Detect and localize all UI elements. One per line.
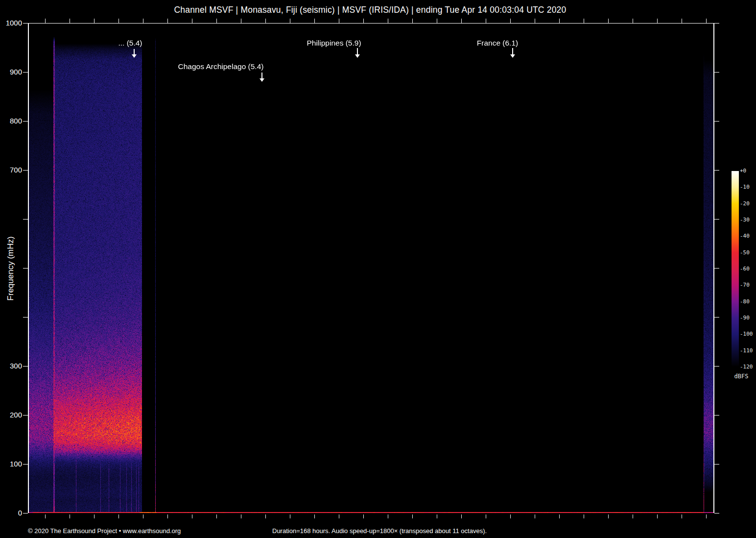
x-axis-tick	[192, 19, 192, 23]
x-axis-tick	[412, 514, 413, 518]
y-axis-tick-label: 1000	[0, 19, 22, 27]
x-axis-tick	[167, 19, 168, 23]
y-axis-tick	[714, 366, 719, 367]
x-axis-tick	[143, 19, 143, 23]
x-axis-tick	[535, 19, 535, 23]
axis-top-line	[28, 23, 714, 24]
y-axis-tick	[23, 170, 28, 171]
x-axis-tick	[363, 514, 364, 518]
y-axis-tick	[23, 464, 28, 465]
x-axis-tick	[363, 19, 364, 23]
colorbar-gradient	[732, 171, 739, 367]
x-axis-tick	[510, 19, 511, 23]
colorbar-tick-label: -90	[740, 315, 750, 321]
y-axis-tick	[23, 415, 28, 416]
colorbar-tick-label: -70	[740, 282, 750, 288]
y-axis-tick	[714, 23, 719, 24]
colorbar-tick-label: -100	[740, 331, 753, 337]
y-axis-tick	[714, 219, 719, 220]
x-axis-tick	[706, 514, 707, 518]
x-axis-tick	[45, 19, 46, 23]
x-axis-tick	[314, 19, 315, 23]
y-axis-tick-label: 200	[0, 411, 22, 419]
colorbar-tick-label: -40	[740, 233, 750, 239]
x-axis-tick	[339, 19, 339, 23]
x-axis-tick	[584, 514, 584, 518]
x-axis-tick	[216, 19, 217, 23]
event-annotation-label: France (6.1)	[375, 39, 620, 48]
colorbar-tick-label: -50	[740, 250, 750, 256]
y-axis-tick	[23, 23, 28, 24]
y-axis-tick	[714, 464, 719, 465]
annotation-arrowhead	[132, 54, 137, 58]
chart-title: Channel MSVF | Monasavu, Fiji (seismic) …	[0, 5, 740, 15]
x-axis-tick	[633, 514, 633, 518]
x-axis-tick	[241, 514, 241, 518]
x-axis-tick	[339, 514, 339, 518]
footer-copyright: © 2020 The Earthsound Project • www.eart…	[28, 527, 181, 535]
colorbar-tick-label: -20	[740, 201, 750, 207]
colorbar-tick-label: -80	[740, 299, 750, 305]
x-axis-tick	[633, 19, 633, 23]
x-axis-tick	[461, 514, 462, 518]
x-axis-tick	[437, 19, 437, 23]
spectrogram-canvas	[28, 23, 714, 513]
colorbar-tick-label: -60	[740, 266, 750, 272]
y-axis-tick	[714, 170, 719, 171]
x-axis-tick	[486, 19, 486, 23]
x-axis-tick	[265, 514, 266, 518]
y-axis-tick-label: 0	[0, 509, 22, 517]
x-axis-tick	[167, 514, 168, 518]
x-axis-tick	[608, 514, 609, 518]
footer-duration-note: Duration=168 hours. Audio speed-up=1800×…	[272, 527, 487, 535]
x-axis-tick	[584, 19, 584, 23]
y-axis-tick-label: 900	[0, 68, 22, 76]
x-axis-tick	[70, 19, 70, 23]
x-axis-tick	[118, 19, 119, 23]
x-axis-tick	[216, 514, 217, 518]
spectrogram-figure: Channel MSVF | Monasavu, Fiji (seismic) …	[0, 0, 756, 538]
x-axis-tick	[437, 514, 437, 518]
x-axis-tick	[314, 514, 315, 518]
x-axis-tick	[94, 19, 94, 23]
y-axis-tick-label: 800	[0, 117, 22, 125]
x-axis-tick	[559, 514, 560, 518]
colorbar-tick-label: -110	[740, 348, 753, 354]
x-axis-tick	[70, 514, 70, 518]
x-axis-tick	[192, 514, 192, 518]
y-axis-tick	[23, 268, 28, 269]
x-axis-tick	[118, 514, 119, 518]
x-axis-tick	[682, 19, 682, 23]
x-axis-tick	[608, 19, 609, 23]
y-axis-tick-label: 700	[0, 166, 22, 174]
x-axis-tick	[94, 514, 94, 518]
annotation-arrowhead	[260, 78, 264, 82]
x-axis-tick	[290, 19, 290, 23]
x-axis-tick	[388, 19, 388, 23]
annotation-arrowhead	[355, 54, 360, 58]
annotation-arrow	[357, 48, 358, 55]
x-axis-tick	[388, 514, 388, 518]
y-axis-tick-label: 300	[0, 362, 22, 370]
plot-area	[28, 23, 714, 513]
x-axis-tick	[682, 514, 682, 518]
y-axis-tick	[714, 121, 719, 122]
y-axis-tick	[714, 513, 719, 514]
x-axis-tick	[657, 19, 658, 23]
x-axis-tick	[461, 19, 462, 23]
axis-left-line	[28, 23, 29, 513]
x-axis-tick	[510, 514, 511, 518]
y-axis-title: Frequency (mHz)	[6, 236, 16, 300]
colorbar-tick-label: -120	[740, 364, 753, 370]
x-axis-tick	[535, 514, 535, 518]
x-axis-tick	[241, 19, 241, 23]
x-axis-tick	[412, 19, 413, 23]
colorbar-tick-label: -30	[740, 217, 750, 223]
x-axis-tick	[657, 514, 658, 518]
y-axis-tick	[714, 317, 719, 318]
event-annotation-label: Chagos Archipelago (5.4)	[98, 62, 343, 71]
y-axis-tick	[23, 366, 28, 367]
colorbar-tick-label: -10	[740, 184, 750, 190]
y-axis-tick	[23, 219, 28, 220]
y-axis-tick	[23, 513, 28, 514]
